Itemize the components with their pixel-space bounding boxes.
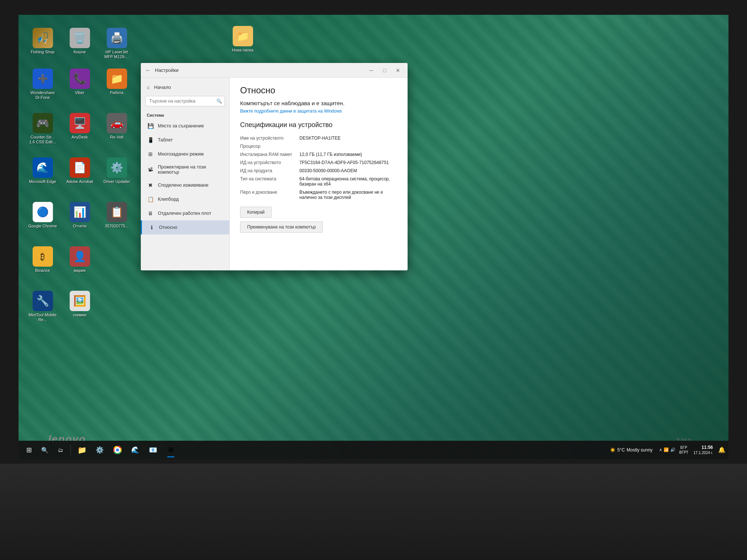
taskbar-app-chrome[interactable] bbox=[109, 442, 126, 458]
chrome-label: Google Chrome bbox=[28, 224, 57, 229]
sidebar-item-clipboard[interactable]: 📋 Клипборд bbox=[141, 192, 229, 206]
desktop-icon-counter[interactable]: 🎮 Counter-Str... 1.6 CSS Edit... bbox=[26, 111, 59, 146]
rabota-label: Работа bbox=[110, 90, 123, 95]
tablet-label: Таблет bbox=[158, 137, 173, 143]
language-code: БГР bbox=[679, 445, 688, 450]
specs-table: Име на устройството DESKTOP-HA1ITEE Проц… bbox=[240, 134, 397, 201]
anydesk-icon: 🖥️ bbox=[70, 113, 90, 133]
otcheti-label: Отчети bbox=[73, 224, 86, 229]
desktop-icon-driver[interactable]: ⚙️ Driver Updater bbox=[100, 156, 133, 186]
sidebar-item-tablet[interactable]: 📱 Таблет bbox=[141, 133, 229, 147]
spec-label-4: ИД на продукта bbox=[240, 168, 299, 173]
desktop-icon-fishing-shop[interactable]: 🎣 Fishing Shop bbox=[26, 26, 59, 56]
wondershare-label: Wondershare Dr.Fone bbox=[28, 90, 57, 100]
minitool-icon: 🔧 bbox=[33, 291, 53, 311]
taskbar-app-settings2[interactable]: ⚙ bbox=[163, 442, 179, 458]
revolt-icon: 🚗 bbox=[107, 113, 127, 133]
taskbar-app-explorer[interactable]: 📁 bbox=[74, 442, 90, 458]
minimize-button[interactable]: ─ bbox=[366, 67, 376, 74]
driver-label: Driver Updater bbox=[103, 179, 130, 184]
copy-button[interactable]: Копирай bbox=[240, 207, 272, 218]
taskbar-app-mail[interactable]: 📧 bbox=[145, 442, 161, 458]
shared-label: Споделено изживяване bbox=[158, 183, 209, 188]
storage-icon: 💾 bbox=[147, 122, 154, 130]
sidebar-item-project[interactable]: 📽 Прожектиране на този компютър bbox=[141, 161, 229, 178]
spec-row-4: ИД на продукта 00330-50000-00000-AAOEM bbox=[240, 167, 397, 175]
settings-search-box: 🔍 bbox=[145, 96, 225, 106]
desktop-icon-acrobat[interactable]: 📄 Adobe Acrobat bbox=[63, 156, 96, 186]
acrobat-icon: 📄 bbox=[70, 157, 90, 178]
settings-body: ⌂ Начало 🔍 Система 💾 Място за съхранение bbox=[141, 78, 408, 270]
shared-icon: ✖ bbox=[147, 181, 154, 189]
desktop-icon-anydesk[interactable]: 🖥️ AnyDesk bbox=[63, 111, 96, 141]
minitool-label: MiniTool Mobile Re... bbox=[28, 313, 57, 322]
tray-expand-icon[interactable]: ∧ bbox=[659, 447, 662, 452]
desktop-icon-new-folder[interactable]: 📁 Нова папка bbox=[226, 26, 259, 53]
desktop-icon-maria[interactable]: 👤 мария bbox=[63, 244, 96, 275]
desktop-icon-minitool[interactable]: 🔧 MiniTool Mobile Re... bbox=[26, 289, 59, 324]
settings-sidebar: ⌂ Начало 🔍 Система 💾 Място за съхранение bbox=[141, 78, 230, 270]
sidebar-item-storage[interactable]: 💾 Място за съхранение bbox=[141, 119, 229, 133]
desktop-icon-trash[interactable]: 🗑️ Кошче bbox=[63, 26, 96, 56]
back-button[interactable]: ← bbox=[145, 67, 151, 74]
sidebar-item-multitask[interactable]: ⊞ Многозадачен режим bbox=[141, 147, 229, 161]
desktop-icon-357[interactable]: 📋 357020775... bbox=[100, 200, 133, 230]
desktop-icon-rabota[interactable]: 📁 Работа bbox=[100, 67, 133, 97]
sidebar-item-shared[interactable]: ✖ Споделено изживяване bbox=[141, 178, 229, 192]
spec-label-5: Тип на системата bbox=[240, 176, 299, 187]
sidebar-item-remote[interactable]: 🖥 Отдалечен работен плот bbox=[141, 206, 229, 220]
spec-row-3: ИД на устройството 7F5C3164-D7AA-4DF9-AF… bbox=[240, 159, 397, 167]
desktop-icon-otcheti[interactable]: 📊 Отчети bbox=[63, 200, 96, 230]
desktop-icon-binance[interactable]: ₿ Binance bbox=[26, 244, 59, 275]
spec-value-5: 64-битова операционна система, процесор,… bbox=[299, 176, 397, 187]
security-link[interactable]: Вижте подробните данни в защитата на Win… bbox=[240, 109, 397, 114]
desktop-icon-printer[interactable]: 🖨️ HP LaserJet MFP M129-... bbox=[100, 26, 133, 61]
close-button[interactable]: ✕ bbox=[393, 67, 403, 74]
multitask-icon: ⊞ bbox=[147, 150, 154, 158]
desktop-icon-revolt[interactable]: 🚗 Re-Volt bbox=[100, 111, 133, 141]
spec-value-3: 7F5C3164-D7AA-4DF9-AF05-710752648751 bbox=[299, 160, 397, 165]
maximize-button[interactable]: □ bbox=[379, 67, 390, 74]
about-label: Относно bbox=[159, 225, 177, 230]
desktop-icon-viber[interactable]: 📞 Viber bbox=[63, 67, 96, 97]
new-folder-label: Нова папка bbox=[232, 48, 253, 53]
anydesk-label: AnyDesk bbox=[72, 135, 88, 140]
spec-label-0: Име на устройството bbox=[240, 136, 299, 141]
settings-window: ← Настройки ─ □ ✕ ⌂ Начало bbox=[141, 63, 408, 270]
tray-volume-icon[interactable]: 🔊 bbox=[670, 447, 675, 452]
desktop-icon-edge[interactable]: 🌊 Microsoft Edge bbox=[26, 156, 59, 186]
taskbar-clock[interactable]: 11:56 17.1.2024 г. bbox=[691, 444, 716, 456]
rename-button[interactable]: Преименуване на този компютър bbox=[240, 221, 323, 233]
clock-time: 11:56 bbox=[694, 444, 713, 451]
357-icon: 📋 bbox=[107, 202, 127, 222]
desktop-icon-chrome[interactable]: 🔵 Google Chrome bbox=[26, 200, 59, 230]
tablet-icon: 📱 bbox=[147, 136, 154, 144]
storage-label: Място за съхранение bbox=[158, 123, 204, 129]
desktop-icon-snimki[interactable]: 🖼️ снимки bbox=[63, 289, 96, 319]
binance-label: Binance bbox=[35, 268, 50, 273]
content-title: Относно bbox=[240, 85, 397, 96]
taskbar-app-edge[interactable]: 🌊 bbox=[127, 442, 143, 458]
taskbar-app-settings[interactable]: ⚙️ bbox=[92, 442, 108, 458]
home-label: Начало bbox=[154, 84, 171, 90]
start-button[interactable]: ⊞ bbox=[21, 443, 36, 457]
clipboard-icon: 📋 bbox=[147, 196, 154, 203]
sidebar-item-about[interactable]: ℹ Относно bbox=[141, 220, 229, 234]
titlebar-left: ← Настройки bbox=[145, 67, 179, 74]
spec-row-0: Име на устройството DESKTOP-HA1ITEE bbox=[240, 134, 397, 142]
weather-icon: ☀️ bbox=[610, 447, 615, 453]
desktop-icon-wondershare[interactable]: ➕ Wondershare Dr.Fone bbox=[26, 67, 59, 102]
notification-icon[interactable]: 🔔 bbox=[718, 446, 726, 453]
taskbar-search-button[interactable]: 🔍 bbox=[38, 443, 52, 457]
sidebar-home[interactable]: ⌂ Начало bbox=[141, 81, 229, 94]
snimki-label: снимки bbox=[73, 313, 86, 317]
taskbar-taskview-button[interactable]: 🗂 bbox=[53, 443, 67, 457]
settings-search-input[interactable] bbox=[145, 96, 225, 106]
spec-row-5: Тип на системата 64-битова операционна с… bbox=[240, 175, 397, 188]
titlebar-controls: ─ □ ✕ bbox=[366, 67, 403, 74]
spec-label-2: Инсталирана RAM памет bbox=[240, 152, 299, 157]
taskbar-weather[interactable]: ☀️ 5°C Mostly sunny bbox=[607, 447, 655, 453]
search-icon: 🔍 bbox=[216, 99, 222, 104]
binance-icon: ₿ bbox=[33, 246, 53, 267]
357-label: 357020775... bbox=[105, 224, 129, 229]
